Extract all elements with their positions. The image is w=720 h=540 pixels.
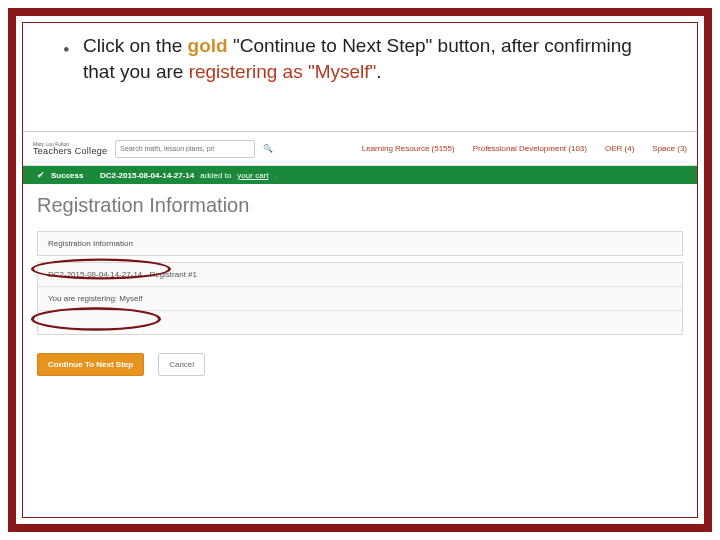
nav-pd[interactable]: Professional Development (103): [473, 144, 587, 153]
registrant-row: DC2-2015-08-04-14-27-14 - Registrant #1: [38, 263, 682, 286]
continue-button[interactable]: Continue To Next Step: [37, 353, 144, 376]
instruction-gold: gold: [188, 35, 228, 56]
instruction-text: • Click on the gold "Continue to Next St…: [83, 33, 657, 84]
inner-border: • Click on the gold "Continue to Next St…: [22, 22, 698, 518]
panel1-header: Registration Information: [38, 232, 682, 255]
nav-space[interactable]: Space (3): [652, 144, 687, 153]
panel-registration-info: Registration Information: [37, 231, 683, 256]
search-box[interactable]: [115, 140, 255, 158]
logo: Mary Lou Fulton Teachers College: [33, 142, 107, 156]
instruction-red: registering as "Myself": [189, 61, 377, 82]
success-label: Success: [51, 171, 83, 180]
success-item: DC2-2015-08-04-14-27-14: [100, 171, 194, 180]
nav-oer[interactable]: OER (4): [605, 144, 634, 153]
slide-frame: • Click on the gold "Continue to Next St…: [0, 0, 720, 540]
action-row: Continue To Next Step Cancel: [37, 353, 683, 376]
success-cart-link[interactable]: your cart: [237, 171, 268, 180]
page-title: Registration Information: [23, 184, 697, 225]
search-input[interactable]: [120, 145, 250, 152]
cancel-button[interactable]: Cancel: [158, 353, 205, 376]
empty-row: [38, 310, 682, 334]
bullet-icon: •: [63, 37, 70, 63]
outer-border: • Click on the gold "Continue to Next St…: [8, 8, 712, 532]
success-mid: added to: [200, 171, 231, 180]
registering-as-row: You are registering: Myself: [38, 286, 682, 310]
instruction-suffix: .: [376, 61, 381, 82]
embedded-screenshot: Mary Lou Fulton Teachers College 🔍 Learn…: [23, 131, 697, 441]
instruction-prefix: Click on the: [83, 35, 188, 56]
panel-registrant: DC2-2015-08-04-14-27-14 - Registrant #1 …: [37, 262, 683, 335]
nav-learning[interactable]: Learning Resource (5155): [362, 144, 455, 153]
search-icon[interactable]: 🔍: [263, 144, 273, 153]
check-icon: ✔: [37, 170, 45, 180]
success-bar: ✔ Success DC2-2015-08-04-14-27-14 added …: [23, 166, 697, 184]
logo-line2: Teachers College: [33, 147, 107, 156]
nav-links: Learning Resource (5155) Professional De…: [362, 144, 687, 153]
topbar: Mary Lou Fulton Teachers College 🔍 Learn…: [23, 132, 697, 166]
